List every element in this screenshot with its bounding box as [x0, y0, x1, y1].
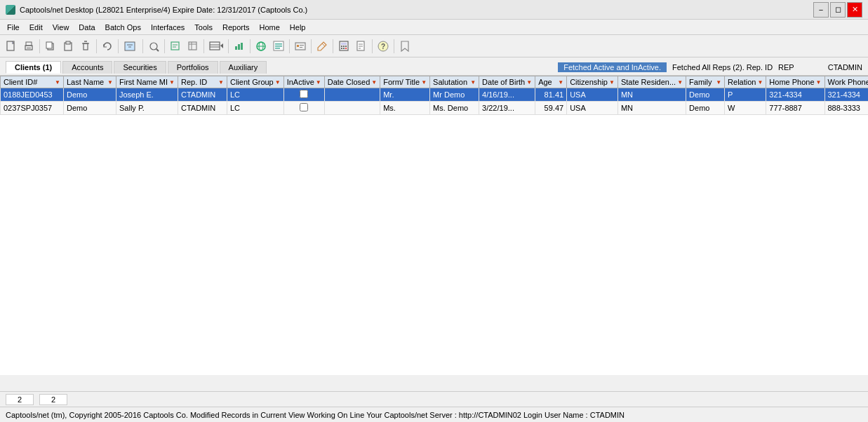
toolbar-edit[interactable] — [167, 38, 184, 55]
col-label-relation: Relation — [728, 78, 756, 86]
toolbar-copy[interactable] — [42, 38, 59, 55]
sort-icon-client-group: ▼ — [275, 79, 281, 86]
maximize-button[interactable]: ◻ — [830, 2, 846, 18]
svg-rect-35 — [275, 48, 280, 49]
col-header-citizenship[interactable]: Citizenship▼ — [567, 76, 618, 88]
cell-relation-2: W — [725, 102, 766, 115]
inactive-checkbox-2[interactable] — [300, 103, 308, 111]
col-header-work-phone[interactable]: Work Phone▼ — [824, 76, 868, 88]
col-label-work-phone: Work Phone — [828, 78, 869, 86]
col-header-inactive[interactable]: InActive▼ — [283, 76, 324, 88]
tabs-right: Fetched Active and InActive. Fetched All… — [558, 62, 862, 72]
toolbar-chart[interactable] — [231, 38, 248, 55]
col-label-date-closed: Date Closed — [328, 78, 370, 86]
toolbar-bookmark[interactable] — [396, 38, 413, 55]
col-header-client-group[interactable]: Client Group▼ — [227, 76, 283, 88]
menu-view[interactable]: View — [48, 22, 74, 32]
inactive-checkbox-1[interactable] — [300, 90, 308, 98]
col-header-form-title[interactable]: Form/ Title▼ — [380, 76, 430, 88]
table-header-row: Client ID#▼ Last Name▼ First Name MI▼ Re… — [1, 76, 869, 88]
toolbar-sep4 — [142, 39, 143, 53]
toolbar-tool1[interactable] — [145, 38, 162, 55]
tab-securities[interactable]: Securities — [114, 61, 166, 74]
col-header-state[interactable]: State Residen...▼ — [617, 76, 686, 88]
sort-icon-first-name: ▼ — [169, 79, 175, 86]
col-header-dob[interactable]: Date of Birth▼ — [479, 76, 535, 88]
sort-icon-state: ▼ — [677, 79, 683, 86]
cell-inactive-2[interactable] — [283, 102, 324, 115]
toolbar-undo[interactable] — [99, 38, 116, 55]
cell-inactive-1[interactable] — [283, 88, 324, 102]
col-header-last-name[interactable]: Last Name▼ — [64, 76, 116, 88]
cell-home-phone-2: 777-8887 — [766, 102, 824, 115]
cell-last-name-1: Demo — [64, 88, 116, 102]
toolbar-calc[interactable] — [335, 38, 352, 55]
col-header-home-phone[interactable]: Home Phone▼ — [766, 76, 824, 88]
menu-home[interactable]: Home — [255, 22, 284, 32]
toolbar-new[interactable] — [3, 38, 20, 55]
toolbar-sep10 — [311, 39, 312, 53]
col-label-first-name: First Name MI — [119, 78, 168, 86]
col-header-date-closed[interactable]: Date Closed▼ — [324, 76, 380, 88]
tab-clients[interactable]: Clients (1) — [6, 61, 61, 74]
menu-file[interactable]: File — [3, 22, 24, 32]
menu-edit[interactable]: Edit — [25, 22, 47, 32]
toolbar-tool2[interactable] — [314, 38, 330, 55]
cell-state-2: MN — [617, 102, 686, 115]
svg-rect-26 — [235, 46, 237, 50]
menu-tools[interactable]: Tools — [190, 22, 217, 32]
svg-marker-25 — [220, 43, 223, 48]
toolbar-filter[interactable] — [121, 38, 140, 55]
col-header-rep-id[interactable]: Rep. ID▼ — [178, 76, 227, 88]
col-label-client-group: Client Group — [230, 78, 274, 86]
menu-help[interactable]: Help — [286, 22, 310, 32]
col-header-first-name[interactable]: First Name MI▼ — [116, 76, 178, 88]
close-button[interactable]: ✕ — [847, 2, 862, 18]
col-header-relation[interactable]: Relation▼ — [725, 76, 766, 88]
sort-icon-inactive: ▼ — [316, 79, 321, 86]
col-header-client-id[interactable]: Client ID#▼ — [1, 76, 64, 88]
cell-date-closed-2 — [324, 102, 380, 115]
svg-text:?: ? — [381, 43, 385, 50]
title-bar: Captools/net Desktop (L28021 Enterprise/… — [0, 0, 868, 20]
cell-home-phone-1: 321-4334 — [766, 88, 824, 102]
toolbar-doc[interactable] — [353, 38, 370, 55]
cell-dob-2: 3/22/19... — [479, 102, 535, 115]
cell-citizenship-1: USA — [567, 88, 618, 102]
svg-marker-55 — [401, 41, 408, 51]
minimize-button[interactable]: − — [813, 2, 829, 18]
tab-portfolios[interactable]: Portfolios — [168, 61, 218, 74]
toolbar-delete[interactable] — [77, 38, 94, 55]
table-row[interactable]: 0237SPJ0357 Demo Sally P. CTADMIN LC Ms.… — [1, 102, 869, 115]
menu-data[interactable]: Data — [74, 22, 99, 32]
toolbar-account-icon[interactable] — [292, 38, 309, 55]
svg-rect-47 — [343, 48, 345, 49]
sort-icon-home-phone: ▼ — [816, 79, 822, 86]
svg-rect-37 — [297, 45, 299, 47]
toolbar-print[interactable] — [20, 38, 37, 55]
menu-interfaces[interactable]: Interfaces — [147, 22, 189, 32]
menu-reports[interactable]: Reports — [218, 22, 254, 32]
cell-age-2: 59.47 — [535, 102, 567, 115]
col-header-salutation[interactable]: Salutation▼ — [430, 76, 479, 88]
toolbar-view[interactable] — [185, 38, 201, 55]
toolbar-sep1 — [39, 39, 40, 53]
svg-rect-33 — [275, 43, 282, 45]
col-header-age[interactable]: Age▼ — [535, 76, 567, 88]
svg-rect-43 — [341, 46, 342, 47]
toolbar-grid[interactable] — [206, 38, 226, 55]
cell-state-1: MN — [617, 88, 686, 102]
table-row[interactable]: 0188JED0453 Demo Joseph E. CTADMIN LC Mr… — [1, 88, 869, 102]
tab-accounts[interactable]: Accounts — [62, 61, 112, 74]
col-header-family[interactable]: Family▼ — [686, 76, 725, 88]
sort-icon-salutation: ▼ — [470, 79, 476, 86]
toolbar-globe[interactable] — [253, 38, 269, 55]
app-icon — [6, 5, 15, 15]
sort-icon-family: ▼ — [716, 79, 721, 86]
toolbar-paste[interactable] — [60, 38, 76, 55]
toolbar-client-icon[interactable] — [270, 38, 287, 55]
col-label-inactive: InActive — [287, 78, 314, 86]
tab-auxiliary[interactable]: Auxiliary — [220, 61, 267, 74]
menu-batch-ops[interactable]: Batch Ops — [101, 22, 145, 32]
toolbar-help[interactable]: ? — [375, 38, 392, 55]
